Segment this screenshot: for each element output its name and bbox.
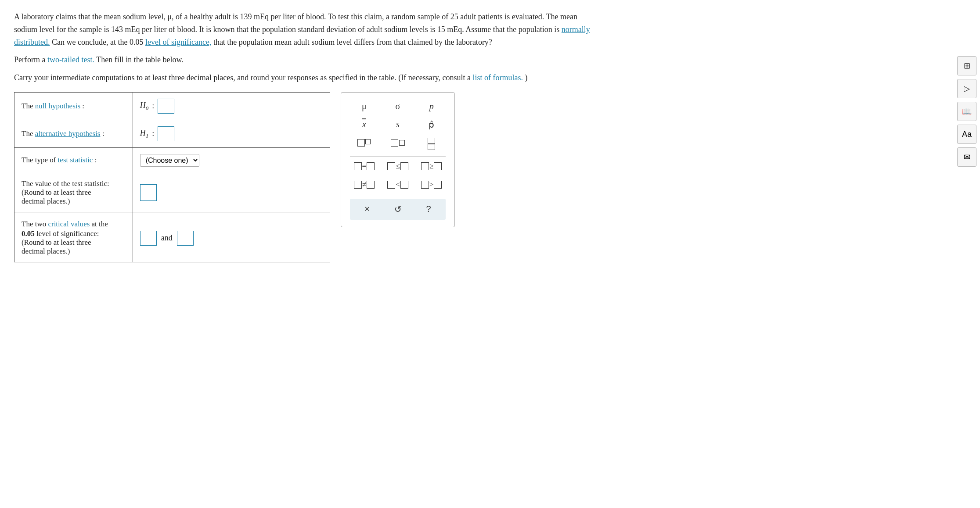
null-hypothesis-link[interactable]: null hypothesis xyxy=(35,102,80,110)
alt-hypothesis-colon2: : xyxy=(152,129,154,138)
alt-hypothesis-colon: : xyxy=(102,129,104,138)
symbol-geq[interactable]: ≥ xyxy=(417,160,446,174)
critical-values-los: level of significance: xyxy=(36,229,99,238)
test-statistic-type-select[interactable]: (Choose one) Z t Chi-square F xyxy=(140,154,199,167)
test-stat-value-label-line2: (Round to at least three xyxy=(22,188,126,197)
instruction2-post: ) xyxy=(525,73,527,82)
h1-symbol: H1 xyxy=(140,129,149,140)
problem-text-1: A laboratory claims that the mean sodium… xyxy=(14,12,577,34)
critical-values-link[interactable]: critical values xyxy=(48,220,90,228)
alt-hypothesis-row: The alternative hypothesis : H1 : xyxy=(14,120,330,147)
symbol-actions: × ↺ ? xyxy=(350,199,446,220)
problem-text: A laboratory claims that the mean sodium… xyxy=(14,11,601,84)
two-tailed-test-link[interactable]: two-tailed test. xyxy=(47,55,94,64)
alt-hypothesis-input[interactable] xyxy=(158,126,174,141)
symbol-power[interactable] xyxy=(350,136,378,152)
critical-values-inputs: and xyxy=(140,231,323,246)
test-stat-value-label-line3: decimal places.) xyxy=(22,197,126,206)
instruction1-pre: Perform a xyxy=(14,55,45,64)
symbol-s[interactable]: s xyxy=(384,118,412,132)
critical-values-row: The two critical values at the 0.05 leve… xyxy=(14,212,330,262)
test-stat-colon: : xyxy=(95,156,97,164)
test-stat-pre: The type of xyxy=(22,156,58,164)
null-hypothesis-notation: H0 : xyxy=(140,99,323,114)
critical-values-and: and xyxy=(161,233,173,243)
symbol-sigma[interactable]: σ xyxy=(384,100,412,113)
instruction1-post-text: Then fill in the table below. xyxy=(96,55,184,64)
alt-hypothesis-notation: H1 : xyxy=(140,126,323,141)
test-statistic-link[interactable]: test statistic xyxy=(58,156,93,164)
test-statistic-type-label: The type of test statistic : xyxy=(14,147,133,173)
null-hypothesis-input-cell: H0 : xyxy=(133,92,330,120)
h0-symbol: H0 xyxy=(140,101,149,112)
critical-values-input-cell: and xyxy=(133,212,330,262)
symbol-fraction[interactable] xyxy=(417,136,446,152)
critical-value-2-input[interactable] xyxy=(177,231,194,246)
symbol-leq[interactable]: ≤ xyxy=(384,160,412,174)
null-hypothesis-label-cell: The null hypothesis : xyxy=(14,92,133,120)
symbol-xbar[interactable]: x xyxy=(350,118,378,132)
symbol-eq[interactable]: = xyxy=(350,160,378,174)
symbol-p[interactable]: p xyxy=(417,100,446,113)
symbol-phat[interactable]: p̂ xyxy=(417,118,446,132)
symbol-clear-btn[interactable]: × xyxy=(353,202,381,216)
null-hypothesis-pre-text: The xyxy=(22,102,35,110)
critical-values-label: The two critical values at the xyxy=(22,218,126,230)
instruction2-text: Carry your intermediate computations to … xyxy=(14,73,471,82)
critical-values-pre: The two xyxy=(22,220,46,228)
alt-hypothesis-pre-text: The xyxy=(22,129,35,138)
problem-text-3b: that the population mean adult sodium le… xyxy=(213,38,492,47)
test-statistic-value-row: The value of the test statistic: (Round … xyxy=(14,173,330,212)
symbol-lt[interactable]: < xyxy=(384,179,412,193)
test-statistic-type-row: The type of test statistic : (Choose one… xyxy=(14,147,330,173)
main-layout: The null hypothesis : H0 : xyxy=(14,92,601,263)
symbol-gt[interactable]: > xyxy=(417,179,446,193)
critical-values-level: 0.05 level of significance: xyxy=(22,229,126,238)
test-statistic-value-input[interactable] xyxy=(140,184,157,201)
list-of-formulas-link[interactable]: list of formulas. xyxy=(472,73,523,82)
symbol-grid-row1: μ σ p xyxy=(350,100,446,113)
test-statistic-type-input-cell: (Choose one) Z t Chi-square F xyxy=(133,147,330,173)
symbol-undo-btn[interactable]: ↺ xyxy=(384,202,411,216)
table-section: The null hypothesis : H0 : xyxy=(14,92,330,263)
alt-hypothesis-input-cell: H1 : xyxy=(133,120,330,147)
null-hypothesis-row: The null hypothesis : H0 : xyxy=(14,92,330,120)
critical-value-1-input[interactable] xyxy=(140,231,157,246)
problem-text-2b: Can we conclude, at the 0.05 xyxy=(52,38,143,47)
critical-values-round2: decimal places.) xyxy=(22,247,126,256)
symbol-mu[interactable]: μ xyxy=(350,100,378,113)
critical-values-at: at the xyxy=(92,220,108,228)
null-hypothesis-colon: : xyxy=(82,102,84,110)
null-hypothesis-input[interactable] xyxy=(158,99,174,114)
critical-values-label-cell: The two critical values at the 0.05 leve… xyxy=(14,212,133,262)
alt-hypothesis-link[interactable]: alternative hypothesis xyxy=(35,129,101,138)
hypothesis-table: The null hypothesis : H0 : xyxy=(14,92,330,263)
symbol-side-by-side[interactable] xyxy=(384,136,412,152)
test-statistic-value-input-cell xyxy=(133,173,330,212)
level-of-significance-link[interactable]: level of significance, xyxy=(145,38,211,47)
critical-values-round1: (Round to at least three xyxy=(22,238,126,247)
symbol-panel: μ σ p x s p̂ xyxy=(341,92,455,227)
test-statistic-value-label: The value of the test statistic: (Round … xyxy=(14,173,133,212)
alt-hypothesis-label-cell: The alternative hypothesis : xyxy=(14,120,133,147)
test-stat-value-label-line1: The value of the test statistic: xyxy=(22,179,126,188)
symbol-neq[interactable]: ≠ xyxy=(350,179,378,193)
null-hypothesis-colon2: : xyxy=(152,101,154,111)
symbol-help-btn[interactable]: ? xyxy=(415,202,442,216)
critical-values-level-num: 0.05 xyxy=(22,229,35,238)
